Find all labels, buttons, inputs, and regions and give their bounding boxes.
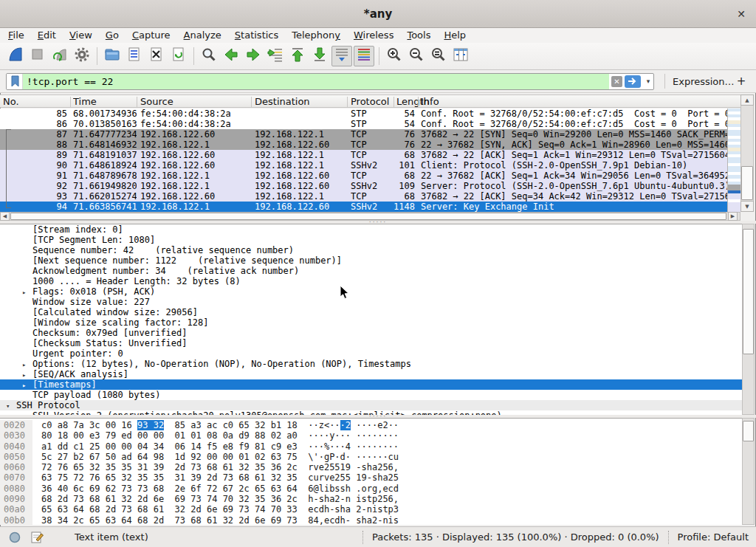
detail-line[interactable]: Sequence number: 42 (relative sequence n… [0, 245, 742, 255]
packet-row[interactable]: 9071.648618924192.168.122.60192.168.122.… [0, 160, 727, 171]
hex-row[interactable]: 0040a1 dd c1 25 00 00 04 34 06 14 f5 e8 … [0, 441, 742, 452]
menu-item-wireless[interactable]: Wireless [347, 28, 400, 43]
column-header-destination[interactable]: Destination [255, 95, 310, 108]
filter-bookmark-button[interactable] [7, 74, 23, 89]
column-separator[interactable] [70, 97, 71, 107]
close-file-button[interactable] [146, 46, 167, 66]
detail-line[interactable]: TCP payload (1080 bytes) [0, 390, 742, 400]
detail-line[interactable]: ▾SSH Protocol [0, 400, 742, 410]
packet-row[interactable]: 8971.648191037192.168.122.60192.168.122.… [0, 150, 727, 160]
detail-line[interactable]: Urgent pointer: 0 [0, 348, 742, 359]
save-file-button[interactable] [124, 46, 145, 66]
hex-row[interactable]: 00505c 27 b2 67 50 ad 64 98 1d 92 00 00 … [0, 452, 742, 462]
column-separator[interactable] [251, 97, 252, 107]
detail-line[interactable]: Window size value: 227 [0, 297, 742, 307]
detail-line[interactable]: [TCP Segment Len: 1080] [0, 235, 742, 245]
menu-item-statistics[interactable]: Statistics [228, 28, 285, 43]
add-filter-button[interactable]: + [734, 75, 749, 88]
detail-vscroll-thumb[interactable] [743, 229, 754, 354]
menu-item-edit[interactable]: Edit [31, 28, 63, 43]
detail-line[interactable]: [Next sequence number: 1122 (relative se… [0, 255, 742, 266]
column-separator[interactable] [137, 97, 137, 107]
packet-list-hscroll-thumb[interactable] [10, 213, 726, 220]
detail-line[interactable]: ▸[SEQ/ACK analysis] [0, 369, 742, 379]
packet-row[interactable]: 9371.662015274192.168.122.60192.168.122.… [0, 191, 727, 202]
packet-row[interactable]: 9271.661949820192.168.122.1192.168.122.6… [0, 181, 727, 191]
menu-item-view[interactable]: View [63, 28, 99, 43]
column-header-protocol[interactable]: Protocol [351, 95, 389, 108]
intelligent-scrollbar-minimap[interactable] [727, 109, 740, 212]
hex-row[interactable]: 008036 40 6c 69 62 73 73 68 2e 6f 72 67 … [0, 484, 742, 494]
menu-item-tools[interactable]: Tools [400, 28, 437, 43]
open-file-button[interactable] [102, 46, 123, 66]
collapsed-arrow-icon[interactable]: ▸ [22, 287, 32, 297]
packet-row[interactable]: 8771.647777234192.168.122.60192.168.122.… [0, 129, 727, 140]
hex-row[interactable]: 003080 18 00 e3 79 ed 00 00 01 01 08 0a … [0, 430, 742, 441]
expanded-arrow-icon[interactable]: ▾ [6, 401, 16, 411]
collapsed-arrow-icon[interactable]: ▸ [22, 370, 32, 380]
packet-list-vscroll-thumb[interactable] [741, 166, 753, 200]
detail-line[interactable]: [Calculated window size: 29056] [0, 307, 742, 317]
menu-item-analyze[interactable]: Analyze [177, 28, 228, 43]
detail-line[interactable]: [Window size scaling factor: 128] [0, 317, 742, 328]
restart-capture-button[interactable] [49, 46, 70, 66]
detail-line[interactable]: ▸Options: (12 bytes), No-Operation (NOP)… [0, 359, 742, 369]
expression-button[interactable]: Expression… [673, 76, 735, 87]
hex-row[interactable]: 0020c0 a8 7a 3c 00 16 93 32 85 a3 ac c0 … [0, 420, 742, 430]
find-packet-button[interactable] [199, 46, 219, 66]
menu-item-help[interactable]: Help [437, 28, 472, 43]
detail-line[interactable]: ▸Flags: 0x018 (PSH, ACK) [0, 286, 742, 297]
packet-row[interactable]: 8670.013850163fe:54:00:d4:38:2aSTP54Conf… [0, 119, 727, 129]
hex-row[interactable]: 00a065 63 64 68 2d 73 68 61 32 2d 6e 69 … [0, 504, 742, 515]
start-capture-button[interactable] [5, 46, 26, 66]
scroll-left-icon[interactable]: ◀ [0, 212, 10, 221]
hex-row[interactable]: 009068 2d 73 68 61 32 2d 6e 69 73 74 70 … [0, 494, 742, 504]
packet-row[interactable]: 9471.663856741192.168.122.1192.168.122.6… [0, 202, 727, 212]
filter-clear-icon[interactable]: ✕ [611, 76, 622, 87]
auto-scroll-toggle[interactable] [331, 46, 352, 66]
scroll-down-icon[interactable]: ▼ [740, 201, 754, 212]
detail-line[interactable]: Checksum: 0x79ed [unverified] [0, 328, 742, 338]
scroll-right-icon[interactable]: ▶ [728, 212, 738, 221]
menu-item-capture[interactable]: Capture [126, 28, 177, 43]
capture-comment-button[interactable] [31, 531, 44, 544]
packet-row[interactable]: 8568.001734936fe:54:00:d4:38:2aSTP54Conf… [0, 109, 727, 119]
collapsed-arrow-icon[interactable]: ▸ [22, 359, 32, 370]
detail-line[interactable]: ▸[Timestamps] [0, 379, 742, 390]
go-first-button[interactable] [287, 46, 308, 66]
go-last-button[interactable] [309, 46, 330, 66]
column-separator[interactable] [418, 97, 419, 107]
detail-line[interactable]: [Stream index: 0] [0, 224, 742, 235]
packet-row[interactable]: 8871.648146932192.168.122.1192.168.122.6… [0, 140, 727, 150]
zoom-100-button[interactable] [428, 46, 449, 66]
filter-apply-button[interactable] [625, 75, 641, 88]
zoom-in-button[interactable] [384, 46, 405, 66]
capture-options-button[interactable] [72, 46, 92, 66]
colorize-toggle[interactable] [354, 46, 374, 66]
packet-row[interactable]: 9171.648789678192.168.122.1192.168.122.6… [0, 171, 727, 181]
reload-file-button[interactable] [168, 46, 189, 66]
hex-row[interactable]: 007063 75 72 76 65 32 35 35 31 39 2d 73 … [0, 472, 742, 483]
column-header-time[interactable]: Time [73, 95, 97, 108]
expert-info-button[interactable] [9, 531, 21, 543]
detail-line[interactable]: [Checksum Status: Unverified] [0, 338, 742, 348]
column-header-no[interactable]: No. [3, 95, 19, 108]
display-filter-input[interactable] [23, 74, 609, 89]
title-bar[interactable]: *any ✕ [0, 0, 756, 28]
menu-item-file[interactable]: File [1, 28, 31, 43]
menu-item-telephony[interactable]: Telephony [285, 28, 347, 43]
column-header-info[interactable]: Info [421, 95, 439, 108]
detail-line[interactable]: 1000 .... = Header Length: 32 bytes (8) [0, 276, 742, 286]
stop-capture-button[interactable] [27, 46, 48, 66]
hex-vscroll-thumb[interactable] [743, 421, 754, 441]
go-back-button[interactable] [221, 46, 241, 66]
menu-item-go[interactable]: Go [99, 28, 126, 43]
detail-line[interactable]: Acknowledgment number: 34 (relative ack … [0, 266, 742, 276]
column-header-source[interactable]: Source [140, 95, 173, 108]
column-separator[interactable] [394, 97, 394, 107]
profile-status[interactable]: Profile: Default [678, 531, 749, 543]
zoom-out-button[interactable] [406, 46, 427, 66]
hex-row[interactable]: 00b038 34 2c 65 63 64 68 2d 73 68 61 32 … [0, 515, 742, 525]
close-icon[interactable]: ✕ [734, 7, 749, 21]
scroll-up-icon[interactable]: ▲ [740, 94, 754, 106]
